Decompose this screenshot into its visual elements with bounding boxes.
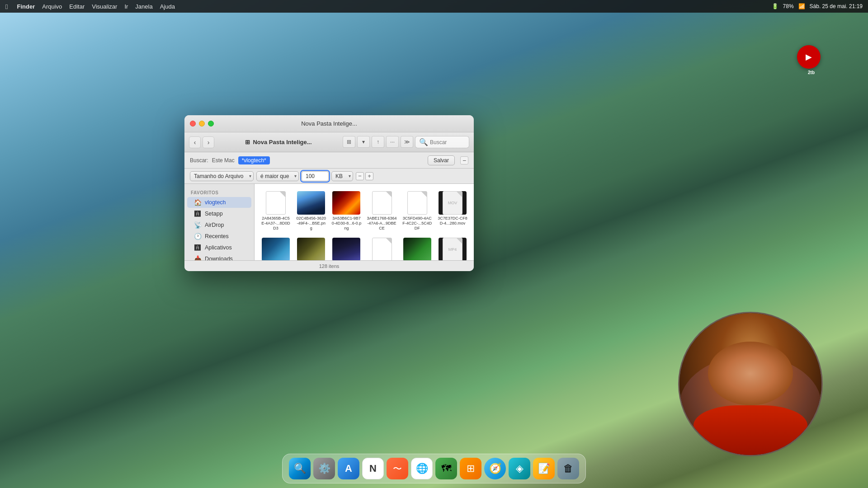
notes-icon: 📝 xyxy=(538,463,550,474)
apple-menu[interactable]:  xyxy=(5,3,8,10)
sidebar-label-vlogtech: vlogtech xyxy=(205,199,226,206)
record-label: 2tb xyxy=(808,70,815,75)
airdrop-icon: 📡 xyxy=(193,221,202,229)
scope-label[interactable]: Este Mac xyxy=(212,157,235,164)
dock-item-notes[interactable]: 📝 xyxy=(533,458,555,479)
settings-icon: ⚙️ xyxy=(318,463,330,474)
remove-criteria-button[interactable]: − xyxy=(356,172,364,180)
dock-item-apps[interactable]: ⊞ xyxy=(460,458,481,479)
sidebar-item-setapp[interactable]: 🅰 Setapp xyxy=(187,208,251,219)
record-button[interactable] xyxy=(797,45,821,69)
file-item[interactable]: 58C78E6B-84F8-4FB0-B...F08266 xyxy=(366,236,397,260)
file-item[interactable]: MP4 7E989B54-ACED-4...44.mp4 xyxy=(437,236,468,260)
search-bar: 🔍 xyxy=(415,136,469,148)
menu-janela[interactable]: Janela xyxy=(135,3,152,10)
search-input[interactable] xyxy=(430,139,465,145)
wifi-icon: 📶 xyxy=(798,3,805,9)
sidebar-item-vlogtech[interactable]: 🏠 vlogtech xyxy=(187,197,251,208)
sidebar-item-downloads[interactable]: 📥 Downloads xyxy=(187,253,251,260)
dock-item-misc[interactable]: ◈ xyxy=(509,458,530,479)
sidebar: Favoritos 🏠 vlogtech 🅰 Setapp 📡 AirDrop … xyxy=(184,184,255,260)
file-item[interactable]: MOV 3C7E37DC-CF8D-4...280.mov xyxy=(437,189,468,232)
criteria-value-input[interactable] xyxy=(302,171,329,181)
criteria-unit-select[interactable]: KB MB GB xyxy=(331,171,353,181)
file-item[interactable]: 3ABE1768-6364-47A6-A...9DBECE xyxy=(366,189,397,232)
minimize-button[interactable] xyxy=(199,121,205,127)
more-button[interactable]: ≫ xyxy=(401,136,413,148)
favorites-label: Favoritos xyxy=(184,188,254,197)
window-title: Nova Pasta Intelige... xyxy=(301,120,357,127)
dock-item-system-preferences[interactable]: ⚙️ xyxy=(313,458,335,479)
window-controls xyxy=(190,121,214,127)
dock-item-safari[interactable]: 🧭 xyxy=(484,458,506,479)
chrome-icon: 🌐 xyxy=(416,463,428,474)
file-item[interactable]: 3A53B6C1-9B70-4D30-8...6-0.png xyxy=(330,189,362,232)
misc-icon: ◈ xyxy=(516,463,524,474)
nav-buttons: ‹ › xyxy=(189,136,214,148)
sidebar-item-airdrop[interactable]: 📡 AirDrop xyxy=(187,220,251,230)
mp4-icon: MP4 xyxy=(443,238,462,260)
grid-view-button[interactable]: ⊞ xyxy=(343,136,355,148)
maximize-button[interactable] xyxy=(208,121,214,127)
window-titlebar: Nova Pasta Intelige... xyxy=(184,115,474,132)
remove-filter-button[interactable]: − xyxy=(460,156,468,164)
file-thumbnail xyxy=(297,238,325,260)
file-name: 3C7E37DC-CF8D-4...280.mov xyxy=(438,216,467,226)
criteria-bar: Tamanho do Arquivo é maior que KB MB GB … xyxy=(184,169,474,184)
file-thumbnail xyxy=(332,238,360,260)
document-icon xyxy=(372,191,392,215)
file-item[interactable]: 04DA4118E-5555-4B5B-9...4F1.png xyxy=(295,236,327,260)
dock-item-wavebox[interactable]: 〜 xyxy=(387,458,408,479)
criteria-field-select[interactable]: Tamanho do Arquivo xyxy=(190,171,254,181)
file-item[interactable]: 4E2EAB9B-8AC7-4806-8...51A.png xyxy=(330,236,362,260)
file-thumbnail xyxy=(262,238,290,260)
back-button[interactable]: ‹ xyxy=(189,136,201,148)
file-item[interactable]: 7D9E6866-8E73-4403-8...BB7.png xyxy=(401,236,433,260)
menu-arquivo[interactable]: Arquivo xyxy=(42,3,62,10)
view-icon-grid[interactable]: ⊞ xyxy=(245,139,250,145)
file-item[interactable]: 2A84365B-4C5E-4A37-...8D0DD3 xyxy=(260,189,292,232)
document-icon xyxy=(407,191,427,215)
status-bar: 128 itens xyxy=(184,260,474,271)
menu-ajuda[interactable]: Ajuda xyxy=(160,3,175,10)
notion-icon: N xyxy=(369,463,377,474)
sidebar-label-setapp: Setapp xyxy=(205,211,223,217)
share-button[interactable]: ↑ xyxy=(372,136,384,148)
menu-ir[interactable]: Ir xyxy=(124,3,128,10)
dock-item-trash[interactable]: 🗑 xyxy=(557,458,579,479)
datetime: Sáb. 25 de mai. 21:19 xyxy=(810,3,863,9)
criteria-plus-minus: − + xyxy=(356,172,373,180)
mov-icon: MOV xyxy=(443,191,462,215)
menu-visualizar[interactable]: Visualizar xyxy=(92,3,117,10)
dock-item-finder[interactable]: 🔍 xyxy=(289,458,311,479)
trash-icon: 🗑 xyxy=(563,463,573,474)
dock-item-appstore[interactable]: A xyxy=(338,458,359,479)
dock-item-maps[interactable]: 🗺 xyxy=(435,458,457,479)
file-name: 3C5FD490-4ACF-4C2C-...5C4DDF xyxy=(402,216,432,230)
downloads-icon: 📥 xyxy=(193,255,202,260)
close-button[interactable] xyxy=(190,121,196,127)
view-options-button[interactable]: ▾ xyxy=(357,136,370,148)
criteria-operator-select[interactable]: é maior que xyxy=(256,171,299,181)
battery-icon: 🔋 xyxy=(772,3,778,9)
add-criteria-button[interactable]: + xyxy=(365,172,373,180)
file-item[interactable]: 3CB12E45-FB1E-4...6A2.png xyxy=(260,236,292,260)
action-button[interactable]: ··· xyxy=(386,136,399,148)
sidebar-item-recentes[interactable]: 🕐 Recentes xyxy=(187,231,251,242)
file-item[interactable]: 02C4B456-3620-49F4-...B5E.png xyxy=(295,189,327,232)
save-button[interactable]: Salvar xyxy=(428,155,455,165)
camera-overlay xyxy=(678,312,823,456)
sidebar-item-aplicativos[interactable]: 🅰 Aplicativos xyxy=(187,242,251,253)
app-name[interactable]: Finder xyxy=(17,3,35,10)
wavebox-icon: 〜 xyxy=(393,463,402,475)
file-item[interactable]: 3C5FD490-4ACF-4C2C-...5C4DDF xyxy=(401,189,433,232)
file-name: 02C4B456-3620-49F4-...B5E.png xyxy=(296,216,326,230)
dock-item-chrome[interactable]: 🌐 xyxy=(411,458,433,479)
window-content: Favoritos 🏠 vlogtech 🅰 Setapp 📡 AirDrop … xyxy=(184,184,474,260)
appstore-icon: A xyxy=(345,463,352,474)
search-tag[interactable]: *vlogtech* xyxy=(238,156,270,164)
forward-button[interactable]: › xyxy=(203,136,214,148)
safari-icon: 🧭 xyxy=(489,463,501,474)
menu-editar[interactable]: Editar xyxy=(69,3,85,10)
dock-item-notion[interactable]: N xyxy=(362,458,384,479)
